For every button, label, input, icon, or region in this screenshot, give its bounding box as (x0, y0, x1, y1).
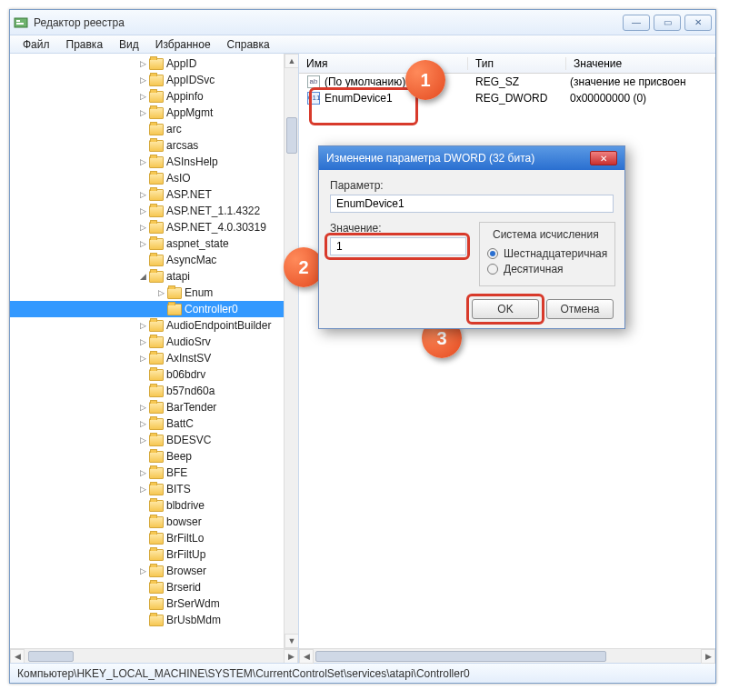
scroll-right-icon[interactable]: ▶ (701, 649, 715, 664)
tree-item[interactable]: arc (10, 121, 298, 137)
radio-dec-icon[interactable] (487, 264, 498, 275)
caret-icon[interactable]: ▷ (137, 468, 148, 477)
tree-item[interactable]: ▷BITS (10, 481, 298, 497)
caret-icon[interactable]: ▷ (137, 223, 148, 232)
tree-item[interactable]: ▷AudioEndpointBuilder (10, 317, 298, 334)
caret-icon[interactable]: ▷ (137, 92, 148, 101)
tree-horizontal-scrollbar[interactable]: ◀ ▶ (10, 648, 298, 663)
menu-view[interactable]: Вид (112, 36, 146, 53)
tree-item[interactable]: BrSerWdm (10, 595, 298, 612)
scroll-down-icon[interactable]: ▼ (285, 634, 299, 648)
folder-icon (149, 222, 164, 234)
menu-edit[interactable]: Правка (59, 36, 111, 53)
tree-item[interactable]: Controller0 (10, 301, 298, 317)
radio-hex-row[interactable]: Шестнадцатеричная (487, 247, 607, 260)
tree-item[interactable]: ▷Appinfo (10, 88, 298, 105)
caret-icon[interactable]: ▷ (137, 354, 148, 363)
tree-item-label: Enum (185, 286, 213, 299)
caret-icon[interactable]: ▷ (137, 566, 148, 575)
tree-item[interactable]: ▷AudioSrv (10, 334, 298, 350)
scroll-thumb[interactable] (286, 117, 297, 154)
folder-icon (149, 353, 164, 365)
caret-icon[interactable]: ▷ (137, 485, 148, 494)
close-button[interactable]: ✕ (684, 15, 712, 31)
tree-item[interactable]: ▷ASP.NET (10, 186, 298, 203)
folder-icon (149, 107, 164, 119)
tree-item[interactable]: Beep (10, 448, 298, 465)
caret-icon[interactable]: ▷ (137, 190, 148, 199)
caret-icon[interactable]: ▷ (137, 321, 148, 330)
caret-icon[interactable]: ▷ (137, 157, 148, 166)
tree-item[interactable]: ▷ASInsHelp (10, 154, 298, 170)
list-header[interactable]: Имя Тип Значение (299, 54, 715, 74)
folder-icon (149, 156, 164, 168)
scroll-left-icon[interactable]: ◀ (10, 649, 25, 663)
tree-item-label: blbdrive (166, 499, 205, 512)
folder-icon (167, 287, 182, 299)
tree-item[interactable]: blbdrive (10, 497, 298, 514)
tree-item[interactable]: bowser (10, 514, 298, 530)
dialog-close-button[interactable]: ✕ (590, 151, 617, 165)
tree-item[interactable]: ▷AppIDSvc (10, 72, 298, 88)
tree-item[interactable]: b06bdrv (10, 366, 298, 383)
menu-favorites[interactable]: Избранное (148, 36, 218, 53)
scroll-up-icon[interactable]: ▲ (285, 54, 299, 68)
tree-item[interactable]: ▷AxInstSV (10, 350, 298, 366)
column-value[interactable]: Значение (566, 57, 715, 70)
caret-icon[interactable]: ▷ (137, 108, 148, 117)
caret-icon[interactable]: ▷ (137, 206, 148, 215)
caret-icon[interactable]: ◢ (137, 272, 148, 281)
titlebar[interactable]: Редактор реестра — ▭ ✕ (10, 10, 715, 35)
tree-item[interactable]: BrFiltUp (10, 546, 298, 563)
tree-item[interactable]: ▷Browser (10, 563, 298, 579)
tree-item[interactable]: ▷AppMgmt (10, 105, 298, 121)
tree-item[interactable]: ▷Enum (10, 285, 298, 301)
scroll-thumb-h[interactable] (28, 651, 74, 662)
tree-vertical-scrollbar[interactable]: ▲ ▼ (284, 54, 298, 648)
folder-icon (149, 238, 164, 250)
tree-item[interactable]: ▷BattC (10, 415, 298, 432)
tree-item[interactable]: ▷AppID (10, 55, 298, 72)
tree-item[interactable]: BrUsbMdm (10, 612, 298, 628)
caret-icon[interactable]: ▷ (137, 59, 148, 68)
maximize-button[interactable]: ▭ (654, 15, 681, 31)
tree-item-label: b57nd60a (166, 385, 215, 397)
tree-item[interactable]: AsyncMac (10, 252, 298, 268)
param-name-input[interactable] (330, 195, 614, 213)
dialog-titlebar[interactable]: Изменение параметра DWORD (32 бита) ✕ (319, 146, 624, 170)
scroll-left-icon[interactable]: ◀ (299, 649, 314, 664)
radio-hex-icon[interactable] (487, 248, 498, 259)
tree-item[interactable]: ▷BarTender (10, 399, 298, 415)
menu-file[interactable]: Файл (15, 36, 57, 53)
tree-item[interactable]: ▷aspnet_state (10, 235, 298, 252)
cancel-button[interactable]: Отмена (546, 299, 614, 319)
tree-item[interactable]: ◢atapi (10, 268, 298, 285)
tree-item[interactable]: Brserid (10, 579, 298, 595)
caret-icon[interactable]: ▷ (137, 75, 148, 85)
tree-item[interactable]: ▷ASP.NET_4.0.30319 (10, 219, 298, 235)
tree-item[interactable]: arcsas (10, 137, 298, 154)
scroll-right-icon[interactable]: ▶ (284, 649, 298, 663)
menu-help[interactable]: Справка (220, 36, 277, 53)
tree-item[interactable]: ▷BDESVC (10, 432, 298, 448)
tree-item[interactable]: AsIO (10, 170, 298, 186)
tree-pane[interactable]: ▷AppID▷AppIDSvc▷Appinfo▷AppMgmtarcarcsas… (10, 54, 299, 663)
column-name[interactable]: Имя (299, 57, 468, 70)
tree-item[interactable]: BrFiltLo (10, 530, 298, 546)
tree-item-label: Controller0 (185, 303, 238, 315)
column-type[interactable]: Тип (468, 57, 566, 70)
minimize-button[interactable]: — (623, 15, 650, 31)
tree-item[interactable]: ▷ASP.NET_1.1.4322 (10, 203, 298, 219)
caret-icon[interactable]: ▷ (137, 435, 148, 445)
radio-dec-row[interactable]: Десятичная (487, 263, 607, 275)
caret-icon[interactable]: ▷ (137, 403, 148, 412)
tree-item[interactable]: ▷BFE (10, 465, 298, 481)
caret-icon[interactable]: ▷ (137, 419, 148, 428)
caret-icon[interactable]: ▷ (137, 337, 148, 346)
caret-icon[interactable]: ▷ (137, 239, 148, 248)
tree-item[interactable]: b57nd60a (10, 383, 298, 399)
scroll-thumb-h[interactable] (315, 651, 606, 662)
caret-icon[interactable]: ▷ (155, 288, 166, 297)
tree-item-label: Appinfo (166, 90, 204, 103)
list-horizontal-scrollbar[interactable]: ◀ ▶ (299, 648, 715, 663)
